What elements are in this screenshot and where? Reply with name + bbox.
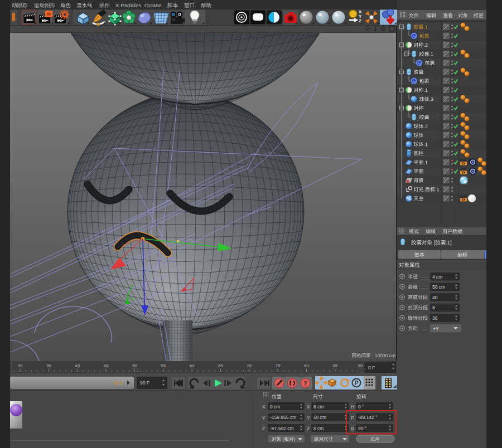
svg-text:50 cm: 50 cm — [313, 415, 326, 420]
svg-text:85: 85 — [332, 363, 337, 368]
svg-text:Z: Z — [307, 426, 310, 431]
svg-text:. .: . . — [422, 285, 426, 290]
svg-text:90 °: 90 ° — [358, 426, 366, 431]
svg-text:4 cm: 4 cm — [432, 274, 442, 280]
svg-text:0 °: 0 ° — [358, 404, 364, 410]
svg-text:80: 80 — [304, 363, 309, 368]
svg-text:90: 90 — [358, 363, 363, 368]
svg-text:50 cm: 50 cm — [432, 284, 445, 290]
svg-text:P: P — [351, 415, 354, 421]
svg-text:Y: Y — [307, 415, 310, 421]
svg-text:65: 65 — [218, 363, 223, 368]
svg-text:. .: . . — [422, 274, 426, 279]
svg-text:H: H — [351, 404, 354, 410]
svg-text:Z: Z — [359, 18, 361, 23]
svg-text:60: 60 — [190, 363, 195, 368]
svg-text:. .: . . — [422, 326, 426, 331]
svg-text:X: X — [307, 404, 310, 410]
svg-text:Z: Z — [262, 426, 265, 431]
svg-text:-97.502 cm: -97.502 cm — [270, 426, 294, 431]
svg-text:55: 55 — [161, 363, 166, 368]
svg-text:30: 30 — [18, 363, 23, 368]
svg-text:Y: Y — [262, 415, 266, 421]
svg-text:36: 36 — [432, 315, 438, 321]
svg-text:90 F: 90 F — [140, 380, 149, 386]
svg-text:P: P — [355, 380, 359, 386]
svg-text:Octane: Octane — [144, 2, 162, 8]
svg-text:50: 50 — [132, 363, 137, 368]
svg-text:0 F: 0 F — [368, 365, 375, 371]
svg-text:75: 75 — [276, 363, 281, 368]
svg-text:8 cm: 8 cm — [313, 426, 324, 431]
svg-text:45: 45 — [104, 363, 109, 368]
svg-text:8 cm: 8 cm — [313, 404, 324, 410]
svg-text:40: 40 — [432, 295, 438, 300]
svg-text:?: ? — [303, 381, 307, 387]
svg-text:35: 35 — [46, 363, 51, 368]
svg-text:X: X — [262, 404, 266, 410]
svg-text:90 F: 90 F — [114, 381, 123, 386]
svg-text:8: 8 — [432, 305, 435, 310]
svg-text:+Y: +Y — [433, 326, 439, 332]
svg-text:B: B — [351, 426, 354, 431]
svg-text:70: 70 — [247, 363, 252, 368]
svg-text:X-Particles: X-Particles — [115, 2, 141, 8]
svg-text:-89.142 °: -89.142 ° — [358, 415, 378, 420]
svg-text:0 cm: 0 cm — [270, 404, 280, 410]
svg-text:-159.955 cm: -159.955 cm — [270, 415, 296, 420]
svg-text:40: 40 — [75, 363, 80, 368]
